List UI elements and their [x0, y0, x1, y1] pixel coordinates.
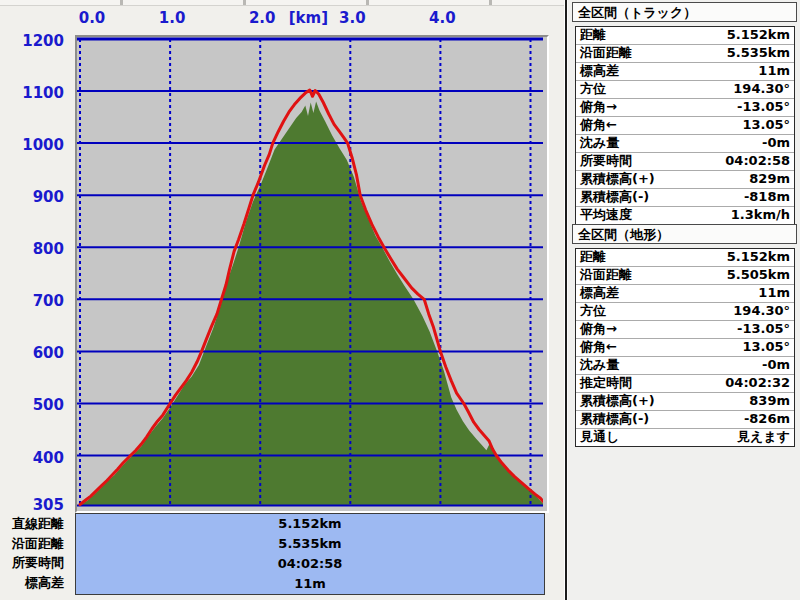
x-tick-label: 1.0: [152, 9, 192, 27]
y-tick-label: 400: [0, 449, 64, 467]
stat-row: 方位194.30°: [576, 302, 794, 320]
summary-value: 11m: [76, 574, 544, 594]
y-base-label: 305: [0, 496, 64, 514]
stat-label: 見通し: [580, 429, 619, 446]
stat-label: 距離: [580, 27, 606, 44]
stat-row: 距離5.152km: [576, 27, 794, 44]
stat-row: 俯角→-13.05°: [576, 98, 794, 116]
statistics-panel: 全区間（トラック）距離5.152km沿面距離5.535km標高差11m方位194…: [568, 0, 800, 600]
stat-row: 方位194.30°: [576, 80, 794, 98]
y-tick-label: 1000: [0, 136, 64, 154]
stat-label: 俯角←: [580, 339, 617, 356]
summary-label: 所要時間: [0, 554, 64, 572]
y-tick-label: 500: [0, 396, 64, 414]
y-tick-label: 1200: [0, 32, 64, 50]
elevation-profile-chart[interactable]: [77, 37, 543, 507]
panel-table: 距離5.152km沿面距離5.505km標高差11m方位194.30°俯角→-1…: [575, 248, 795, 447]
stat-value: 5.152km: [727, 27, 790, 44]
stat-value: -13.05°: [737, 321, 790, 338]
stat-label: 方位: [580, 303, 606, 320]
x-tick-label: 2.0: [242, 9, 282, 27]
stat-label: 標高差: [580, 285, 619, 302]
stat-row: 距離5.152km: [576, 249, 794, 266]
stat-label: 標高差: [580, 63, 619, 80]
summary-value-box: 5.152km5.535km04:02:5811m: [75, 513, 545, 595]
stat-row: 累積標高(+)839m: [576, 392, 794, 410]
x-axis-unit-label: [km]: [289, 9, 328, 27]
stat-label: 俯角→: [580, 321, 617, 338]
stat-value: -0m: [762, 357, 790, 374]
stat-value: 5.152km: [727, 249, 790, 266]
stat-row: 累積標高(+)829m: [576, 170, 794, 188]
x-tick-label: 3.0: [332, 9, 372, 27]
stat-row: 標高差11m: [576, 62, 794, 80]
summary-label: 直線距離: [0, 515, 64, 533]
stat-label: 所要時間: [580, 153, 632, 170]
summary-value: 5.152km: [76, 514, 544, 534]
summary-label: 標高差: [0, 574, 64, 592]
stat-value: 829m: [749, 171, 790, 188]
stat-value: 194.30°: [733, 303, 790, 320]
stat-value: 04:02:58: [725, 153, 790, 170]
y-tick-label: 700: [0, 292, 64, 310]
y-tick-label: 900: [0, 188, 64, 206]
stat-value: 04:02:32: [725, 375, 790, 392]
elevation-plot-area[interactable]: [75, 35, 549, 513]
summary-value: 5.535km: [76, 534, 544, 554]
stat-value: -826m: [744, 411, 790, 428]
stat-row: 標高差11m: [576, 284, 794, 302]
stat-row: 俯角→-13.05°: [576, 320, 794, 338]
stat-row: 俯角←13.05°: [576, 116, 794, 134]
stat-value: 5.535km: [727, 45, 790, 62]
stat-row: 沿面距離5.505km: [576, 266, 794, 284]
panel-header: 全区間（地形）: [572, 224, 797, 244]
y-tick-label: 800: [0, 240, 64, 258]
stat-value: 839m: [749, 393, 790, 410]
stat-row: 累積標高(-)-818m: [576, 188, 794, 206]
stat-label: 累積標高(+): [580, 171, 655, 188]
stat-row: 推定時間04:02:32: [576, 374, 794, 392]
stat-value: 11m: [758, 63, 790, 80]
summary-label: 沿面距離: [0, 535, 64, 553]
stat-label: 距離: [580, 249, 606, 266]
stat-row: 俯角←13.05°: [576, 338, 794, 356]
stat-value: 見えます: [737, 429, 790, 446]
panel-table: 距離5.152km沿面距離5.535km標高差11m方位194.30°俯角→-1…: [575, 26, 795, 225]
stat-value: 194.30°: [733, 81, 790, 98]
stat-label: 累積標高(-): [580, 189, 649, 206]
stat-label: 沈み量: [580, 135, 619, 152]
stat-value: -13.05°: [737, 99, 790, 116]
stat-row: 累積標高(-)-826m: [576, 410, 794, 428]
stat-value: 13.05°: [742, 117, 790, 134]
stat-value: 13.05°: [742, 339, 790, 356]
y-tick-label: 600: [0, 344, 64, 362]
stat-label: 俯角→: [580, 99, 617, 116]
stat-label: 沈み量: [580, 357, 619, 374]
stat-row: 沈み量-0m: [576, 356, 794, 374]
x-tick-label: 4.0: [422, 9, 462, 27]
stat-label: 平均速度: [580, 207, 632, 224]
stat-row: 沈み量-0m: [576, 134, 794, 152]
stat-row: 所要時間04:02:58: [576, 152, 794, 170]
stat-value: 1.3km/h: [731, 207, 790, 224]
terrain-area: [80, 102, 543, 506]
stat-label: 沿面距離: [580, 267, 632, 284]
stat-label: 方位: [580, 81, 606, 98]
stat-value: 5.505km: [727, 267, 790, 284]
elevation-graph-region: 0.01.02.03.04.0 [km] 1200110010009008007…: [0, 0, 564, 600]
panel-header: 全区間（トラック）: [572, 2, 797, 22]
y-tick-label: 1100: [0, 84, 64, 102]
stat-label: 沿面距離: [580, 45, 632, 62]
stat-row: 平均速度1.3km/h: [576, 206, 794, 224]
stat-row: 沿面距離5.535km: [576, 44, 794, 62]
x-tick-label: 0.0: [72, 9, 112, 27]
stat-value: -818m: [744, 189, 790, 206]
stat-row: 見通し見えます: [576, 428, 794, 446]
summary-value: 04:02:58: [76, 554, 544, 574]
stat-value: 11m: [758, 285, 790, 302]
stat-label: 俯角←: [580, 117, 617, 134]
stat-label: 累積標高(+): [580, 393, 655, 410]
stat-label: 推定時間: [580, 375, 632, 392]
stat-label: 累積標高(-): [580, 411, 649, 428]
stat-value: -0m: [762, 135, 790, 152]
